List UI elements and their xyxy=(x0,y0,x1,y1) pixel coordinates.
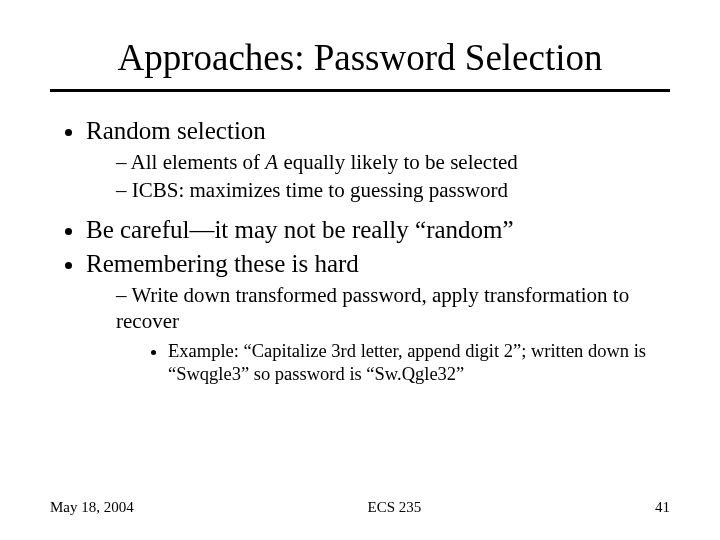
bullet-text: Random selection xyxy=(86,117,266,144)
sublist: Write down transformed password, apply t… xyxy=(86,283,662,385)
page-title: Approaches: Password Selection xyxy=(50,36,670,79)
list-item: Write down transformed password, apply t… xyxy=(116,283,662,385)
content: Random selection All elements of A equal… xyxy=(50,116,670,386)
sublist: All elements of A equally likely to be s… xyxy=(86,150,662,203)
italic-text: A xyxy=(265,150,278,174)
bullet-text: equally likely to be selected xyxy=(278,150,518,174)
footer: May 18, 2004 ECS 235 41 xyxy=(0,499,720,516)
subsublist: Example: “Capitalize 3rd letter, append … xyxy=(116,340,662,385)
title-divider xyxy=(50,89,670,92)
list-item: Be careful—it may not be really “random” xyxy=(86,215,662,245)
footer-page: 41 xyxy=(655,499,670,516)
bullet-text: Example: “Capitalize 3rd letter, append … xyxy=(168,341,646,384)
bullet-text: Be careful—it may not be really “random” xyxy=(86,216,514,243)
list-item: Random selection All elements of A equal… xyxy=(86,116,662,203)
bullet-list: Random selection All elements of A equal… xyxy=(58,116,662,386)
footer-course: ECS 235 xyxy=(367,499,421,516)
list-item: Example: “Capitalize 3rd letter, append … xyxy=(168,340,662,385)
list-item: ICBS: maximizes time to guessing passwor… xyxy=(116,178,662,204)
list-item: Remembering these is hard Write down tra… xyxy=(86,249,662,385)
bullet-text: Remembering these is hard xyxy=(86,250,359,277)
list-item: All elements of A equally likely to be s… xyxy=(116,150,662,176)
footer-date: May 18, 2004 xyxy=(50,499,134,516)
bullet-text: ICBS: maximizes time to guessing passwor… xyxy=(132,178,508,202)
bullet-text: Write down transformed password, apply t… xyxy=(116,283,629,333)
bullet-text: All elements of xyxy=(131,150,266,174)
